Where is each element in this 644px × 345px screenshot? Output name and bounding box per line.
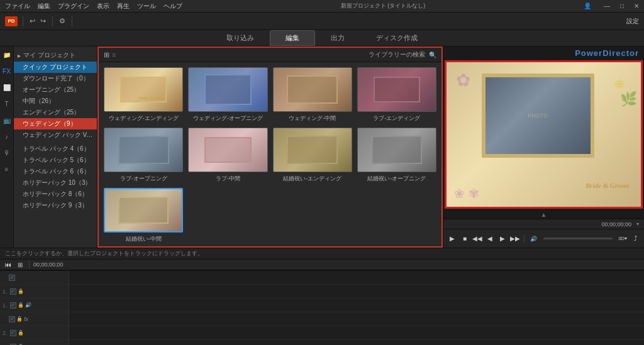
tree-item-12[interactable]: ホリデーパック 9（3） xyxy=(14,200,97,211)
tree-item-1[interactable]: オープニング（25） xyxy=(14,84,97,96)
tab-output[interactable]: 出力 xyxy=(315,30,360,46)
tab-edit[interactable]: 編集 xyxy=(270,30,315,46)
track-1-lock[interactable]: 🔒 xyxy=(18,288,24,294)
middle-top-left: ⊞ ≡ xyxy=(104,51,116,59)
track-2-lock[interactable]: 🔒 xyxy=(18,302,24,308)
tree-item-3[interactable]: エンディング（25） xyxy=(14,107,97,118)
tree-my-project[interactable]: ▸ マイ プロジェクト xyxy=(14,49,97,62)
track-content-0[interactable] xyxy=(69,271,644,284)
track-content-1[interactable] xyxy=(69,285,644,298)
chapter-icon[interactable]: ≡ xyxy=(1,163,13,175)
tree-item-2[interactable]: 中間（26） xyxy=(14,96,97,107)
search-icon[interactable]: 🔍 xyxy=(429,52,436,58)
user-icon: 👤 xyxy=(584,3,591,9)
menu-item-plugin[interactable]: プラグイン xyxy=(58,2,89,11)
track-content-3[interactable] xyxy=(69,326,644,339)
tree-item-0[interactable]: ダウンロード完了（0） xyxy=(14,73,97,84)
template-thumb-5 xyxy=(188,128,267,172)
template-item-0[interactable]: Bride & Groom ウェディング-エンディング xyxy=(104,67,183,123)
template-label-6: 結婚祝い-エンディング xyxy=(283,175,341,183)
maximize-button[interactable]: □ xyxy=(620,3,624,9)
export-button[interactable]: ⤴ xyxy=(630,234,640,244)
tree-item-10[interactable]: ホリデーパック 10（3） xyxy=(14,177,97,189)
timeline-home-button[interactable]: ⏮ xyxy=(3,260,13,270)
ruler-mark-7: 00;06;40;12 xyxy=(581,270,645,271)
track-1-num: 1. xyxy=(3,288,8,295)
track-row-2: 1. 🔒 🔊 xyxy=(0,298,644,312)
tree-item-11[interactable]: ホリデーパック 8（6） xyxy=(14,189,97,200)
track-content-fx[interactable] xyxy=(69,312,644,326)
frame-fwd-button[interactable]: ▶ xyxy=(497,234,508,244)
volume-slider[interactable] xyxy=(543,238,613,239)
track-content-4[interactable] xyxy=(69,340,644,345)
track-1-checkbox[interactable] xyxy=(10,288,16,295)
prev-button[interactable]: ◀◀ xyxy=(472,234,482,244)
menu-item-play[interactable]: 再生 xyxy=(117,2,130,11)
template-item-5[interactable]: ラブ-中間 xyxy=(188,128,267,183)
template-item-3[interactable]: ラブ-エンディング xyxy=(357,67,436,123)
track-label-4: 2. 🔒 xyxy=(0,340,69,345)
menu-item-view[interactable]: 表示 xyxy=(97,2,109,11)
track-fx-checkbox[interactable] xyxy=(9,316,15,322)
title-icon[interactable]: T xyxy=(1,98,13,109)
track-label-2: 1. 🔒 🔊 xyxy=(0,298,69,312)
template-item-6[interactable]: 結婚祝い-エンディング xyxy=(273,128,352,183)
status-hint: ここをクリックするか、選択したプロジェクトをトラックにドラッグします。 xyxy=(5,249,203,258)
template-item-1[interactable]: ウェディング-オープニング xyxy=(188,67,267,123)
stop-button[interactable]: ■ xyxy=(460,234,470,244)
menu-item-file[interactable]: ファイル xyxy=(5,2,30,11)
tab-disc[interactable]: ディスク作成 xyxy=(360,30,433,46)
track-3-checkbox[interactable] xyxy=(10,330,16,336)
ruler-mark-5: 00;05;09;10 xyxy=(455,270,518,271)
tree-item-9[interactable]: トラベル パック 6（6） xyxy=(14,166,97,177)
volume-button[interactable]: 🔊 xyxy=(528,234,538,244)
frame-back-button[interactable]: ◀ xyxy=(485,234,495,244)
timeline-zoom-fit[interactable]: ⊞ xyxy=(15,260,25,270)
left-icon-bar: 📁 FX ⬜ T 📺 ♪ 🎙 ≡ xyxy=(0,47,14,248)
template-item-8[interactable]: 結婚祝い-中間 xyxy=(104,188,183,243)
list-view-icon[interactable]: ≡ xyxy=(112,51,116,58)
track-0-checkbox[interactable] xyxy=(9,275,15,281)
menu-item-edit[interactable]: 編集 xyxy=(38,2,50,11)
minimize-button[interactable]: — xyxy=(604,3,610,9)
track-content-2[interactable] xyxy=(69,298,644,312)
scroll-up-icon[interactable]: ▲ xyxy=(541,211,547,218)
tab-import[interactable]: 取り込み xyxy=(211,30,270,46)
template-item-4[interactable]: ラブ-オープニング xyxy=(104,128,183,183)
media-icon[interactable]: 📁 xyxy=(1,49,13,60)
track-fx-lock[interactable]: 🔒 xyxy=(16,316,23,322)
three-d-button[interactable]: 3D▾ xyxy=(618,234,628,244)
toolbar-right: 設定 xyxy=(626,17,639,26)
settings-button[interactable]: 設定 xyxy=(626,17,639,26)
preview-area: ✿ ❋ PHOTO Bride & Groom ❀ ✾ 🌿 xyxy=(445,60,643,209)
settings-icon[interactable]: ⚙ xyxy=(58,17,67,25)
tree-quick-project[interactable]: クイック プロジェクト xyxy=(14,62,97,73)
track-3-lock[interactable]: 🔒 xyxy=(18,330,24,336)
tree-item-8[interactable]: トラベル パック 5（6） xyxy=(14,155,97,166)
template-thumb-3 xyxy=(357,67,436,112)
undo-button[interactable]: ↩ xyxy=(28,17,36,25)
redo-button[interactable]: ↪ xyxy=(39,17,47,25)
template-item-2[interactable]: ウェディング-中間 xyxy=(273,67,352,123)
voice-icon[interactable]: 🎙 xyxy=(1,147,13,158)
tree-item-5[interactable]: ウェディング パック V...（6） xyxy=(14,129,97,141)
grid-view-icon[interactable]: ⊞ xyxy=(104,51,109,59)
menu-item-tools[interactable]: ツール xyxy=(137,2,156,11)
next-button[interactable]: ▶▶ xyxy=(510,234,520,244)
template-label-2: ウェディング-中間 xyxy=(289,114,336,123)
template-item-7[interactable]: 結婚祝い-オープニング xyxy=(357,128,436,183)
fx-icon[interactable]: FX xyxy=(1,65,13,77)
transition-icon[interactable]: ⬜ xyxy=(1,82,13,93)
template-thumb-1 xyxy=(188,67,267,112)
track-2-checkbox[interactable] xyxy=(10,302,16,309)
tree-item-7[interactable]: トラベル パック 4（6） xyxy=(14,143,97,155)
music-icon[interactable]: ♪ xyxy=(1,131,13,142)
play-button[interactable]: ▶ xyxy=(447,234,457,244)
template-label-7: 結婚祝い-オープニング xyxy=(367,175,426,183)
dropdown-icon[interactable]: ▾ xyxy=(636,221,639,227)
menu-item-help[interactable]: ヘルプ xyxy=(164,2,182,11)
tree-item-4[interactable]: ウェディング（9） xyxy=(14,118,97,129)
pip-icon[interactable]: 📺 xyxy=(1,114,13,126)
close-button[interactable]: ✕ xyxy=(634,3,639,9)
template-grid: Bride & Groom ウェディング-エンディング ウェディング-オープニン… xyxy=(99,62,441,246)
